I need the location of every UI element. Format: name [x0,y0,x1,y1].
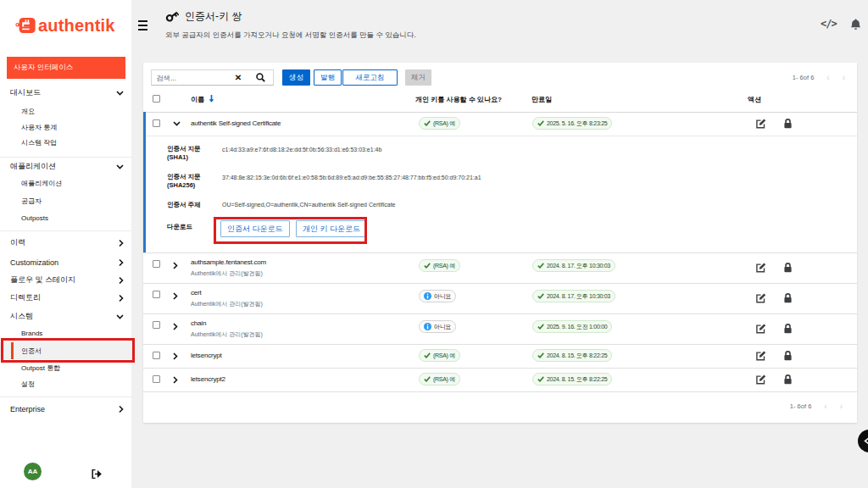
private-key-badge: (RSA) 예 [419,259,460,272]
lock-icon[interactable] [783,374,793,385]
user-interface-button[interactable]: 사용자 인터페이스 [7,57,125,79]
table-row[interactable]: letsencrypt2 (RSA) 예 2024. 8. 15. 오후 8:2… [143,368,857,391]
lock-icon[interactable] [783,119,793,129]
sidebar-item-providers[interactable]: 공급자 [0,193,131,209]
avatar[interactable]: AA [24,463,42,480]
sidebar-item-certificates[interactable]: 인증서 [0,342,131,359]
sidebar-item-system-tasks[interactable]: 시스템 작업 [0,135,131,151]
certificate-name: cert [191,289,202,297]
sort-descending-icon [209,95,214,103]
private-key-badge: 아니요 [419,290,456,302]
certificate-name: authsample.fentanest.com [191,258,266,266]
expiry-badge: 2024. 8. 17. 오후 10:30:03 [532,290,615,302]
expand-row-icon[interactable] [173,352,178,360]
pagination-prev-icon[interactable]: ‹ [824,402,826,411]
row-checkbox[interactable] [153,321,160,329]
check-icon [537,352,544,358]
chevron-down-icon [116,164,124,169]
column-header-expiry: 만료일 [531,94,552,103]
api-code-icon[interactable]: </> [821,18,837,30]
expand-row-icon[interactable] [173,262,178,269]
sidebar-item-events[interactable]: 이력 [0,235,131,251]
fingerprint-sha1-label: 인증서 지문 (SHA1) [167,145,201,162]
sidebar-item-settings[interactable]: 설정 [0,376,131,392]
sidebar-item-applications[interactable]: 애플리케이션 [0,175,131,191]
chevron-down-icon [116,314,124,319]
sidebar-item-directory[interactable]: 디렉토리 [0,290,131,306]
generate-button[interactable]: 발행 [314,69,342,86]
refresh-button[interactable]: 새로고침 [342,69,398,86]
row-checkbox[interactable] [153,352,160,359]
check-icon [537,120,544,126]
remove-button[interactable]: 제거 [405,69,431,86]
table-row[interactable]: authsample.fentanest.com Authentik에서 관리(… [143,252,857,283]
logout-icon[interactable] [92,467,102,482]
pagination-bottom: 1- 6of 6 ‹ › [790,398,843,414]
table-row[interactable]: letsencrypt (RSA) 예 2024. 8. 15. 오후 8:22… [143,344,857,368]
lock-icon[interactable] [783,351,793,361]
edit-icon[interactable] [756,119,766,129]
expiry-badge: 2025. 5. 16. 오후 8:23:25 [532,117,612,130]
edit-icon[interactable] [756,293,766,303]
sidebar-item-dashboard[interactable]: 대시보드 [0,85,131,101]
search-icon[interactable] [248,73,273,82]
sidebar-item-overview[interactable]: 개요 [0,103,131,119]
row-checkbox[interactable] [153,260,160,268]
pagination-next-icon[interactable]: › [840,402,843,411]
lock-icon[interactable] [783,293,793,303]
pagination-prev-icon[interactable]: ‹ [826,74,829,82]
lock-icon[interactable] [783,324,793,334]
sidebar-item-enterprise[interactable]: Enterprise [0,401,131,417]
create-button[interactable]: 생성 [282,69,310,86]
check-icon [424,263,431,269]
pagination-next-icon[interactable]: › [843,74,845,82]
private-key-badge: 아니요 [419,320,456,333]
hamburger-menu-icon[interactable] [138,20,147,30]
pagination-range: 1- 6 [790,402,801,410]
sidebar-item-system[interactable]: 시스템 [0,308,131,324]
search-clear-icon[interactable]: ✕ [229,73,248,82]
fingerprint-sha1-value: c1:4d:33:a9:e7:6f:d8:18:2e:dd:5f:0b:56:3… [222,147,381,152]
sidebar-divider [0,230,131,231]
sidebar-item-outpost-integrations[interactable]: Outpost 통합 [0,360,131,376]
sidebar-item-outposts[interactable]: Outposts [0,210,131,226]
certificate-subject-label: 인증서 주제 [167,201,201,209]
expiry-badge: 2024. 8. 15. 오후 8:22:25 [532,373,612,385]
certificate-name: letsencrypt [191,352,221,359]
notifications-bell-icon[interactable] [850,19,861,34]
table-row[interactable]: cert Authentik에서 관리(발견됨) 아니요 2024. 8. 17… [143,283,857,313]
search-input[interactable] [152,74,229,82]
sidebar-item-user-statistics[interactable]: 사용자 통계 [0,119,131,136]
expand-row-icon[interactable] [173,376,178,384]
download-certificate-button[interactable]: 인증서 다운로드 [220,220,290,237]
authentik-logo[interactable]: authentik [15,16,115,35]
sidebar-item-flows-stages[interactable]: 플로우 및 스테이지 [0,272,131,288]
sidebar-item-customization[interactable]: Customization [0,254,131,270]
edit-icon[interactable] [756,324,766,334]
row-checkbox[interactable] [153,375,160,383]
row-checkbox[interactable] [153,291,160,298]
download-private-key-button[interactable]: 개인 키 다운로드 [296,220,367,237]
edit-icon[interactable] [756,263,766,273]
column-header-name[interactable]: 이름 [191,94,214,103]
expiry-badge: 2024. 8. 15. 오후 8:22:25 [532,349,612,362]
expand-row-icon[interactable] [173,292,178,300]
search-group: ✕ [151,69,274,86]
check-icon [424,376,431,382]
lock-icon[interactable] [783,263,793,273]
check-icon [537,293,544,299]
expanded-row-separator [146,136,857,136]
table-row[interactable]: chain Authentik에서 관리(발견됨) 아니요 2025. 9. 1… [143,313,857,344]
table-row[interactable]: authentik Self-signed Certificate (RSA) … [143,112,857,136]
sidebar-item-brands[interactable]: Brands [0,325,131,341]
collapse-row-icon[interactable] [173,121,181,126]
column-header-actions: 액션 [748,94,761,103]
pagination-range: 1- 6 [793,74,804,81]
expand-row-icon[interactable] [173,323,178,330]
select-all-checkbox[interactable] [153,95,160,103]
certificate-managed-label: Authentik에서 관리(발견됨) [191,330,263,339]
sidebar-item-applications-group[interactable]: 애플리케이션 [0,158,131,175]
edit-icon[interactable] [756,351,766,361]
edit-icon[interactable] [756,374,766,385]
row-checkbox[interactable] [153,119,160,127]
